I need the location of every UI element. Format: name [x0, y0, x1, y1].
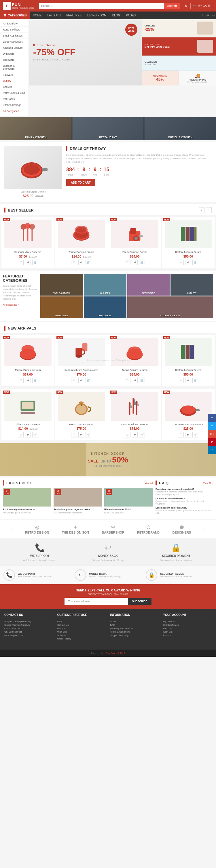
nav-home[interactable]: HOME: [30, 11, 44, 19]
partners-prev[interactable]: ‹: [11, 527, 12, 532]
new-cart-4[interactable]: 🛒: [192, 378, 198, 383]
categories-button[interactable]: ☰ CATEGORIES: [0, 11, 30, 19]
featured-cat-table[interactable]: TABLE & DECOR: [40, 274, 83, 296]
featured-cat-appliances[interactable]: APPLIANCES: [84, 297, 126, 318]
sidebar-item-cookware[interactable]: Cookware: [0, 57, 29, 63]
footer-account-wish1[interactable]: Wish List: [163, 627, 212, 630]
all-categories-link[interactable]: All Categories »: [3, 304, 19, 306]
new-wishlist-4[interactable]: ♡: [178, 378, 184, 383]
sidebar-item-kitchen-furniture[interactable]: Kitchen Furniture: [0, 45, 29, 51]
kitchen-restaurant[interactable]: RESTAURANT: [72, 117, 144, 140]
featured-cat-cutlery[interactable]: CUTLERY: [171, 274, 213, 296]
footer-customer-wishlist[interactable]: Wish List: [57, 630, 106, 633]
featured-cat-drinkware[interactable]: DRINKWARE: [40, 297, 83, 318]
featured-cat-glasses[interactable]: GLASSES: [84, 274, 126, 296]
new-wishlist-7[interactable]: ♡: [125, 432, 130, 437]
compare-btn-3[interactable]: ⇄: [132, 259, 138, 265]
new-cart-6[interactable]: 🛒: [86, 432, 91, 437]
cart-btn-3[interactable]: 🛒: [139, 259, 145, 265]
kitchen-muriels[interactable]: MURIEL'S KITCHEN: [144, 117, 216, 140]
add-to-cart-button[interactable]: ADD TO CART: [66, 179, 95, 186]
twitter-button[interactable]: t: [208, 422, 216, 430]
new-cart-2[interactable]: 🛒: [86, 378, 91, 383]
new-compare-2[interactable]: ⇄: [78, 378, 84, 383]
footer-customer-returns[interactable]: Returns: [57, 627, 106, 630]
sidebar-item-pot[interactable]: Pot Racks: [0, 96, 29, 102]
new-compare-7[interactable]: ⇄: [132, 432, 138, 437]
best-seller-prev[interactable]: ‹: [199, 207, 205, 213]
nav-blog[interactable]: BLOG: [110, 11, 123, 19]
new-compare-8[interactable]: ⇄: [185, 432, 191, 437]
footer-info-support[interactable]: Support 24/7 page: [110, 634, 159, 637]
new-wishlist-5[interactable]: ♡: [18, 432, 24, 437]
new-cart-1[interactable]: 🛒: [32, 378, 38, 383]
wishlist-btn-4[interactable]: ♡: [178, 259, 184, 265]
footer-account-returns[interactable]: Returns: [163, 634, 212, 637]
pinterest-button[interactable]: P: [208, 438, 216, 446]
blog-view-all[interactable]: View All: [145, 482, 153, 484]
partners-next[interactable]: ›: [204, 527, 205, 532]
settings-icon[interactable]: ⚙: [185, 4, 187, 7]
best-seller-next[interactable]: ›: [206, 207, 212, 213]
new-cart-7[interactable]: 🛒: [139, 432, 145, 437]
new-wishlist-3[interactable]: ♡: [125, 378, 130, 383]
new-cart-8[interactable]: 🛒: [192, 432, 198, 437]
sidebar-item-shelves[interactable]: Shelves: [0, 84, 29, 90]
sidebar-item-patty[interactable]: Patty Books & Bins: [0, 90, 29, 96]
new-compare-6[interactable]: ⇄: [78, 432, 84, 437]
sidebar-item-rugs[interactable]: Rugs & Pillows: [0, 27, 29, 33]
new-cart-3[interactable]: 🛒: [139, 378, 145, 383]
footer-info-about[interactable]: About Us: [110, 620, 159, 623]
sidebar-item-glasses[interactable]: Glasses & Stemware: [0, 63, 29, 72]
cart-button[interactable]: 🛒 MY CART: [190, 3, 213, 9]
new-wishlist-6[interactable]: ♡: [71, 432, 77, 437]
sidebar-item-cutlery[interactable]: Cutlery: [0, 78, 29, 84]
newsletter-button[interactable]: SUBSCRIBE: [128, 598, 151, 604]
compare-btn-4[interactable]: ⇄: [185, 259, 191, 265]
wishlist-btn-1[interactable]: ♡: [18, 259, 24, 265]
nav-features[interactable]: FEATURES: [63, 11, 84, 19]
footer-account-my[interactable]: My Account: [163, 620, 212, 623]
nav-linkedin[interactable]: in: [211, 11, 216, 19]
sidebar-item-small[interactable]: Small Appliances: [0, 33, 29, 39]
new-cart-5[interactable]: 🛒: [32, 432, 38, 437]
featured-cat-serveware[interactable]: SERVEWARE: [127, 274, 170, 296]
cart-btn-4[interactable]: 🛒: [192, 259, 198, 265]
new-compare-1[interactable]: ⇄: [25, 378, 31, 383]
compare-btn-1[interactable]: ⇄: [25, 259, 31, 265]
sidebar-item-flatware[interactable]: Flatware: [0, 72, 29, 78]
search-button[interactable]: Search: [164, 3, 180, 9]
footer-customer-contact[interactable]: Contact Us: [57, 624, 106, 626]
wishlist-btn-2[interactable]: ♡: [71, 259, 77, 265]
nav-living-room[interactable]: LIVING ROOM: [84, 11, 110, 19]
nav-facebook[interactable]: f: [200, 11, 204, 19]
new-compare-5[interactable]: ⇄: [25, 432, 31, 437]
footer-customer-orders[interactable]: Order History: [57, 638, 106, 640]
compare-btn-2[interactable]: ⇄: [78, 259, 84, 265]
search-input[interactable]: [39, 3, 164, 9]
facebook-button[interactable]: f: [208, 414, 216, 422]
nav-pages[interactable]: PAGES: [123, 11, 138, 19]
cart-btn-2[interactable]: 🛒: [86, 259, 91, 265]
new-wishlist-2[interactable]: ♡: [71, 378, 77, 383]
newsletter-input[interactable]: [64, 598, 128, 604]
sidebar-item-all[interactable]: All Categories: [0, 108, 29, 114]
sidebar-item-art[interactable]: Art & Gallery: [0, 21, 29, 27]
nav-layouts[interactable]: LAYOUTS: [44, 11, 63, 19]
sidebar-item-storage[interactable]: Kitchen Storage: [0, 102, 29, 108]
linkedin-button[interactable]: in: [208, 446, 216, 454]
footer-info-warranty[interactable]: Warranty And Services: [110, 627, 159, 630]
nav-google-plus[interactable]: G+: [204, 11, 211, 19]
new-compare-3[interactable]: ⇄: [132, 378, 138, 383]
footer-account-wish2[interactable]: Wish List: [163, 630, 212, 633]
footer-info-terms[interactable]: Terms & Conditions: [110, 630, 159, 633]
new-compare-4[interactable]: ⇄: [185, 378, 191, 383]
faq-view-all[interactable]: View All »: [203, 482, 213, 484]
search-bar[interactable]: Search: [39, 3, 180, 9]
footer-info-faq[interactable]: FAQ: [110, 624, 159, 626]
featured-cat-storage[interactable]: KITCHEN STORAGE: [127, 297, 213, 318]
kitchen-family[interactable]: FAMILY KITCHEN: [0, 117, 72, 140]
footer-account-gift[interactable]: Gift Certificates: [163, 624, 212, 626]
wishlist-btn-3[interactable]: ♡: [125, 259, 130, 265]
footer-customer-specials[interactable]: Specials: [57, 634, 106, 637]
